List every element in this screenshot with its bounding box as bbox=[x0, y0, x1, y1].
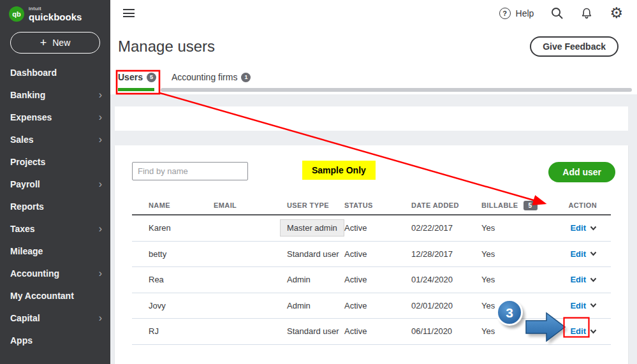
new-button[interactable]: + New bbox=[10, 32, 100, 54]
cell-billable: Yes bbox=[481, 249, 558, 259]
chevron-down-icon[interactable] bbox=[590, 329, 597, 334]
main-area: ? Help ⚙ Manage users Give Feedback User… bbox=[110, 0, 637, 364]
tab-accounting-firms[interactable]: Accounting firms 1 bbox=[172, 72, 251, 82]
sidebar-item-label: Projects bbox=[10, 157, 45, 167]
column-header-user-type: USER TYPE bbox=[287, 201, 344, 209]
cell-date-added: 02/01/2020 bbox=[411, 301, 481, 310]
sidebar-item-mileage[interactable]: Mileage bbox=[0, 240, 110, 262]
edit-link[interactable]: Edit bbox=[570, 249, 586, 259]
new-button-label: New bbox=[52, 38, 70, 48]
cell-date-added: 12/28/2017 bbox=[411, 249, 481, 259]
column-header-date-added: DATE ADDED bbox=[411, 201, 481, 209]
search-input[interactable] bbox=[132, 162, 248, 180]
cell-user-type: Admin bbox=[287, 275, 344, 284]
sidebar-item-sales[interactable]: Sales› bbox=[0, 128, 110, 150]
sidebar-item-projects[interactable]: Projects bbox=[0, 150, 110, 173]
cell-name: RJ bbox=[132, 326, 214, 336]
table-row: Jovy Admin Active 02/01/2020 Yes Edit bbox=[132, 293, 611, 319]
sidebar-item-expenses[interactable]: Expenses› bbox=[0, 106, 110, 128]
sidebar-item-label: Mileage bbox=[10, 246, 43, 256]
chevron-down-icon[interactable] bbox=[590, 226, 597, 231]
cell-status: Active bbox=[344, 249, 411, 259]
notifications-bell-icon[interactable] bbox=[580, 7, 593, 20]
tab-firms-label: Accounting firms bbox=[172, 72, 237, 82]
cell-name: Karen bbox=[132, 223, 214, 233]
cell-billable: Yes bbox=[481, 275, 558, 284]
empty-panel bbox=[115, 106, 628, 131]
chevron-right-icon: › bbox=[99, 134, 102, 145]
sidebar-item-apps[interactable]: Apps bbox=[0, 329, 110, 351]
edit-link[interactable]: Edit bbox=[570, 301, 586, 310]
cell-name: Jovy bbox=[132, 301, 214, 310]
cell-date-added: 01/24/2020 bbox=[411, 275, 481, 284]
column-header-email: EMAIL bbox=[214, 201, 287, 209]
table-row: RJ Standard user Active 06/11/2020 Yes E… bbox=[132, 319, 611, 345]
cell-billable: Yes bbox=[481, 223, 558, 233]
sidebar-item-label: Taxes bbox=[10, 224, 35, 234]
sidebar-item-accounting[interactable]: Accounting› bbox=[0, 262, 110, 284]
tab-users[interactable]: Users 5 bbox=[118, 72, 156, 82]
search-icon[interactable] bbox=[550, 6, 564, 20]
chevron-right-icon: › bbox=[99, 223, 102, 235]
users-toolbar: Sample Only Add user bbox=[115, 161, 628, 182]
chevron-down-icon[interactable] bbox=[590, 303, 597, 308]
sidebar-item-label: Dashboard bbox=[10, 68, 57, 78]
cell-name: betty bbox=[132, 249, 214, 259]
edit-link-highlighted[interactable]: Edit bbox=[570, 326, 586, 336]
chevron-right-icon: › bbox=[99, 178, 102, 190]
users-card: Sample Only Add user NAME EMAIL USER TYP… bbox=[115, 145, 628, 364]
column-header-name: NAME bbox=[132, 201, 214, 209]
sidebar-item-taxes[interactable]: Taxes› bbox=[0, 217, 110, 240]
sidebar-item-label: Expenses bbox=[10, 112, 52, 122]
topbar: ? Help ⚙ bbox=[110, 0, 637, 27]
sidebar-item-label: Capital bbox=[10, 313, 40, 323]
cell-status: Active bbox=[344, 301, 411, 310]
cell-date-added: 06/11/2020 bbox=[411, 326, 481, 336]
chevron-right-icon: › bbox=[99, 268, 102, 279]
cell-user-type: Admin bbox=[287, 301, 344, 310]
cell-status: Active bbox=[344, 326, 411, 336]
content-area: Sample Only Add user NAME EMAIL USER TYP… bbox=[110, 94, 637, 364]
cell-user-type: Standard user bbox=[287, 326, 344, 336]
cell-name: Rea bbox=[132, 275, 214, 284]
give-feedback-button[interactable]: Give Feedback bbox=[530, 36, 619, 57]
hamburger-menu-icon[interactable] bbox=[123, 7, 135, 20]
chevron-right-icon: › bbox=[99, 112, 102, 123]
sidebar-item-my-accountant[interactable]: My Accountant bbox=[0, 284, 110, 307]
cell-date-added: 02/22/2017 bbox=[411, 223, 481, 233]
column-header-action: ACTION bbox=[558, 201, 611, 209]
cell-user-type: Standard user bbox=[287, 249, 344, 259]
sidebar-item-dashboard[interactable]: Dashboard bbox=[0, 61, 110, 84]
edit-link[interactable]: Edit bbox=[570, 275, 586, 284]
tab-bar: Users 5 Accounting firms 1 bbox=[110, 67, 637, 94]
users-count-badge: 5 bbox=[147, 73, 156, 82]
manage-users-screen: qb intuit quickbooks + New Dashboard Ban… bbox=[0, 0, 637, 364]
sidebar-item-label: My Accountant bbox=[10, 291, 74, 301]
qb-logo-icon: qb bbox=[9, 6, 24, 22]
cell-billable: Yes bbox=[481, 301, 558, 310]
sidebar: qb intuit quickbooks + New Dashboard Ban… bbox=[0, 0, 110, 364]
horizontal-scrollbar[interactable] bbox=[161, 88, 632, 92]
edit-link[interactable]: Edit bbox=[570, 223, 586, 233]
sidebar-nav: Dashboard Banking› Expenses› Sales› Proj… bbox=[0, 61, 110, 351]
help-button[interactable]: ? Help bbox=[499, 8, 534, 19]
chevron-down-icon[interactable] bbox=[590, 277, 597, 282]
tab-users-label: Users bbox=[118, 72, 143, 82]
table-row: Karen Master admin Active 02/22/2017 Yes… bbox=[132, 215, 611, 242]
sidebar-item-payroll[interactable]: Payroll› bbox=[0, 173, 110, 195]
sidebar-item-label: Reports bbox=[10, 201, 44, 212]
sidebar-item-banking[interactable]: Banking› bbox=[0, 84, 110, 106]
sidebar-item-capital[interactable]: Capital› bbox=[0, 307, 110, 329]
chevron-down-icon[interactable] bbox=[590, 251, 597, 256]
sidebar-item-label: Apps bbox=[10, 335, 33, 346]
billable-count-badge: 5 bbox=[524, 201, 538, 210]
sidebar-item-label: Payroll bbox=[10, 179, 40, 189]
add-user-button[interactable]: Add user bbox=[548, 162, 615, 182]
sidebar-item-reports[interactable]: Reports bbox=[0, 195, 110, 217]
help-label: Help bbox=[516, 8, 534, 18]
gear-icon[interactable]: ⚙ bbox=[610, 6, 623, 20]
page-header: Manage users Give Feedback bbox=[110, 26, 637, 67]
page-title: Manage users bbox=[118, 38, 215, 55]
chevron-right-icon: › bbox=[99, 89, 102, 101]
sample-only-label: Sample Only bbox=[302, 161, 376, 180]
